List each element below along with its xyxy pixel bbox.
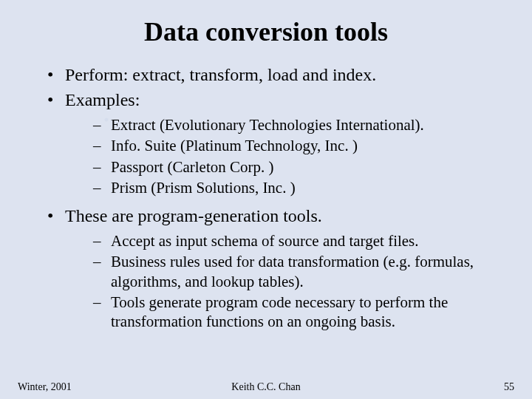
footer-page: 55	[504, 381, 514, 393]
list-item: Business rules used for data transformat…	[92, 252, 501, 291]
bullet-perform: Perform: extract, transform, load and in…	[44, 64, 501, 86]
slide-title: Data conversion tools	[31, 16, 501, 47]
bullet-list-level2-programgen: Accept as input schema of source and tar…	[92, 231, 501, 331]
bullet-program-generation: These are program-generation tools. Acce…	[44, 205, 501, 331]
list-item: Accept as input schema of source and tar…	[92, 231, 501, 250]
item-text: Tools generate program code necessary to…	[111, 293, 448, 330]
bullet-list-level2-examples: Extract (Evolutionary Technologies Inter…	[92, 115, 501, 197]
bullet-text: Examples:	[65, 90, 140, 109]
bullet-text: Perform: extract, transform, load and in…	[65, 65, 376, 84]
bullet-examples: Examples: Extract (Evolutionary Technolo…	[44, 89, 501, 197]
bullet-text: These are program-generation tools.	[65, 206, 322, 225]
bullet-list-level1: Perform: extract, transform, load and in…	[44, 64, 501, 331]
list-item: Info. Suite (Platinum Technology, Inc. )	[92, 136, 501, 155]
list-item: Extract (Evolutionary Technologies Inter…	[92, 115, 501, 134]
item-text: Extract (Evolutionary Technologies Inter…	[111, 116, 424, 134]
footer-date: Winter, 2001	[18, 381, 72, 393]
list-item: Tools generate program code necessary to…	[92, 293, 501, 332]
item-text: Business rules used for data transformat…	[111, 253, 474, 290]
footer-author: Keith C.C. Chan	[0, 381, 532, 393]
list-item: Prism (Prism Solutions, Inc. )	[92, 178, 501, 197]
slide-footer: Winter, 2001 Keith C.C. Chan 55	[0, 381, 532, 393]
list-item: Passport (Carleton Corp. )	[92, 157, 501, 177]
item-text: Info. Suite (Platinum Technology, Inc. )	[111, 137, 358, 154]
item-text: Accept as input schema of source and tar…	[111, 232, 419, 250]
slide: Data conversion tools Perform: extract, …	[0, 0, 532, 399]
item-text: Passport (Carleton Corp. )	[111, 158, 273, 176]
item-text: Prism (Prism Solutions, Inc. )	[111, 179, 296, 197]
